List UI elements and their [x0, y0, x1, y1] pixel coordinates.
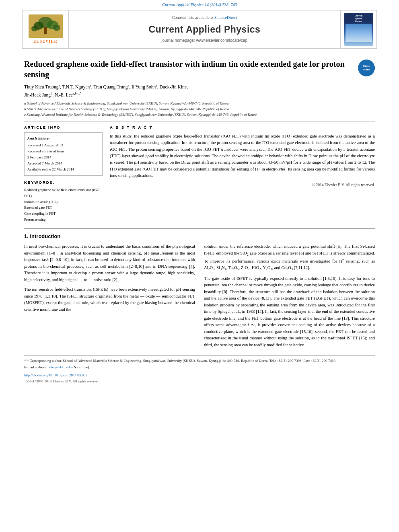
keyword-5: Proton sensing	[24, 217, 103, 223]
keywords-list: Reduced graphene oxide field effect tran…	[24, 187, 103, 223]
footnote-text: * * Corresponding author. School of Adva…	[24, 358, 375, 364]
affiliation-a: a School of Advanced Materials Science &…	[24, 101, 375, 107]
keyword-3: Extended gate FET	[24, 205, 103, 211]
accepted-date: Accepted 7 March 2014	[27, 160, 99, 166]
divider-2	[24, 228, 375, 229]
footnote-area: * * Corresponding author. School of Adva…	[24, 355, 375, 370]
article-history-title: Article history:	[27, 136, 99, 142]
copyright-notice: © 2014 Elsevier B.V. All rights reserved…	[110, 183, 375, 188]
authors-line: Thuy Kieu Truonga, T.N.T. Nguyena, Tran …	[24, 83, 375, 99]
article-title: CrossMark Reduced graphene oxide field-e…	[24, 59, 375, 80]
intro-right-col: solution under the reference electrode, …	[204, 243, 375, 348]
available-online: Available online 22 March 2014	[27, 166, 99, 173]
keywords-heading: Keywords:	[24, 180, 103, 185]
revised-date: 2 February 2014	[27, 154, 99, 160]
affiliations-block: a School of Advanced Materials Science &…	[24, 101, 375, 118]
left-info-column: Article Info Article history: Received 1…	[24, 125, 103, 223]
revised-label: Received in revised form	[27, 148, 99, 154]
divider-1	[24, 121, 375, 121]
cover-image-area	[346, 24, 372, 42]
abstract-heading: A B S T R A C T	[110, 125, 375, 130]
affiliation-b: b SKKU Advanced Institute of Nanotechnol…	[24, 107, 375, 112]
the-word: the	[66, 307, 71, 312]
keyword-4: Gate coupling in FET	[24, 211, 103, 217]
journal-cover-thumbnail: CurrentAppliedPhysics	[344, 13, 373, 46]
affiliation-c: c Samsung Advanced Institute for Health …	[24, 112, 375, 118]
svg-point-6	[53, 25, 60, 31]
intro-heading: 1. Introduction	[24, 233, 375, 240]
article-info-heading: Article Info	[24, 125, 103, 130]
introduction-section: 1. Introduction In most bio-chemical pro…	[24, 233, 375, 348]
email-line: E-mail address: nelee@skku.edu (N.-E. Le…	[24, 365, 375, 370]
journal-header-citation: Current Applied Physics 14 (2014) 738–74…	[0, 0, 399, 9]
journal-title-large: Current Applied Physics	[149, 23, 261, 36]
main-content: CrossMark Reduced graphene oxide field-e…	[0, 50, 399, 392]
elsevier-tree-icon	[29, 14, 63, 38]
abstract-body: In this study, the reduced graphene oxid…	[110, 133, 375, 179]
intro-columns: In most bio-chemical processes, it is cr…	[24, 243, 375, 348]
doi-link[interactable]: http://dx.doi.org/10.1016/j.cap.2014.03.…	[24, 373, 375, 378]
journal-header-box: ELSEVIER Contents lists available at Sci…	[22, 10, 377, 49]
intro-para-4: The gate oxide of ISFET is typically exp…	[204, 275, 375, 348]
intro-para-3: solution under the reference electrode, …	[204, 243, 375, 272]
issn-line: 1567-1739/© 2014 Elsevier B.V. All right…	[24, 379, 375, 384]
doi-line: http://dx.doi.org/10.1016/j.cap.2014.03.…	[24, 373, 375, 384]
article-body-upper: Article Info Article history: Received 1…	[24, 125, 375, 223]
elsevier-logo-area: ELSEVIER	[23, 10, 69, 48]
intro-para-2: The ion sensitive field-effect transisto…	[24, 286, 195, 313]
keywords-section: Keywords: Reduced graphene oxide field e…	[24, 180, 103, 223]
elsevier-wordmark: ELSEVIER	[33, 39, 58, 44]
contents-available-text: Contents lists available at ScienceDirec…	[172, 15, 237, 21]
intro-para-1: In most bio-chemical processes, it is cr…	[24, 243, 195, 283]
sciencedirect-link[interactable]: ScienceDirect	[214, 15, 237, 20]
svg-rect-4	[44, 27, 47, 34]
cover-title-text: CurrentAppliedPhysics	[355, 14, 362, 23]
journal-header-center: Contents lists available at ScienceDirec…	[69, 10, 340, 48]
intro-left-col: In most bio-chemical processes, it is cr…	[24, 243, 195, 348]
journal-homepage-url: journal homepage: www.elsevier.com/locat…	[162, 38, 247, 43]
keyword-1: Reduced graphene oxide field effect tran…	[24, 187, 103, 199]
keyword-2: Indium tin oxide (ITO)	[24, 199, 103, 205]
elsevier-illustration	[29, 14, 63, 38]
svg-point-5	[31, 26, 38, 31]
article-history-box: Article history: Received 1 August 2013 …	[24, 132, 103, 176]
journal-cover-area: CurrentAppliedPhysics	[340, 10, 376, 48]
crossmark-badge[interactable]: CrossMark	[358, 60, 375, 76]
abstract-column: A B S T R A C T In this study, the reduc…	[110, 125, 375, 223]
received-date: Received 1 August 2013	[27, 142, 99, 148]
email-address[interactable]: nelee@skku.edu	[47, 365, 72, 369]
